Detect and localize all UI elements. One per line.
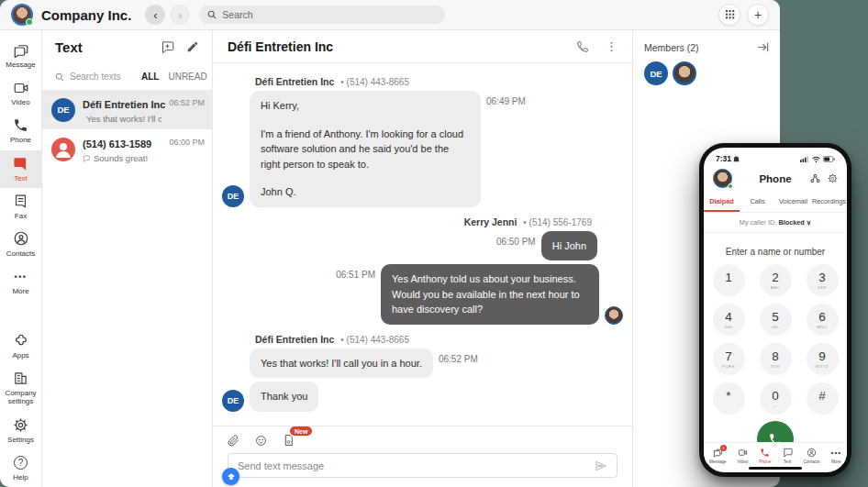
company-name: Company Inc.	[41, 7, 131, 23]
panel-title: Text	[55, 39, 83, 55]
caller-id-selector[interactable]: My caller ID: Blocked ∨	[704, 213, 847, 233]
battery-icon	[823, 156, 835, 162]
fax-icon	[12, 193, 29, 210]
collapse-panel-icon[interactable]	[757, 41, 769, 53]
phone-nav-message[interactable]: 1 Message	[709, 448, 727, 464]
dial-input-placeholder[interactable]: Enter a name or number	[704, 247, 847, 257]
tab-voicemail[interactable]: Voicemail	[775, 194, 811, 212]
sidebar-item-company-settings[interactable]: Company settings	[0, 365, 41, 411]
home-indicator	[749, 467, 802, 470]
sidebar-item-fax[interactable]: Fax	[0, 188, 41, 226]
unread-badge: 1	[720, 445, 727, 451]
emoji-icon[interactable]	[255, 435, 267, 447]
message-time: 06:52 PM	[439, 354, 478, 364]
more-menu-icon[interactable]: ⋮	[606, 39, 618, 53]
key-7[interactable]: 7PQRS	[713, 343, 745, 375]
sidebar-item-contacts[interactable]: Contacts	[0, 226, 41, 263]
sidebar-item-phone[interactable]: Phone	[0, 112, 41, 149]
key-1[interactable]: 1	[713, 264, 745, 296]
phone-nav-video[interactable]: Video	[738, 448, 749, 464]
sidebar-item-text[interactable]: Text	[0, 150, 41, 188]
member-avatar-kerry[interactable]	[673, 61, 696, 85]
template-icon[interactable]: New	[283, 434, 295, 447]
member-avatar-de[interactable]: DE	[644, 61, 668, 85]
dialpad-button[interactable]	[718, 4, 740, 26]
forward-button[interactable]: ›	[170, 5, 190, 25]
phone-nav-text[interactable]: Text	[783, 448, 793, 464]
tab-dialpad[interactable]: Dialpad	[704, 194, 740, 212]
global-search[interactable]	[199, 6, 445, 24]
phone-nav-phone[interactable]: Phone	[759, 448, 771, 464]
key-4[interactable]: 4GHI	[713, 304, 745, 336]
key-hash[interactable]: #	[807, 382, 839, 415]
video-icon	[12, 79, 29, 96]
global-search-input[interactable]	[222, 9, 437, 20]
sidebar-item-message[interactable]: Message	[0, 37, 41, 74]
filter-all[interactable]: ALL	[141, 72, 159, 82]
back-button[interactable]: ‹	[145, 5, 165, 25]
gear-icon	[12, 416, 29, 434]
compose-icon[interactable]	[186, 40, 199, 54]
sidebar-item-settings[interactable]: Settings	[0, 412, 41, 449]
dialpad-grid-icon	[725, 9, 735, 21]
company-settings-icon	[12, 370, 29, 387]
wifi-icon	[812, 156, 820, 162]
sidebar-item-more[interactable]: ••• More	[0, 263, 41, 301]
message-bubble: Thank you	[250, 382, 318, 412]
assistant-bubble-icon[interactable]	[222, 468, 239, 485]
share-hud-icon[interactable]	[810, 173, 820, 183]
contacts-icon	[12, 230, 29, 248]
phone-settings-icon[interactable]	[828, 173, 838, 183]
text-bubble-icon	[783, 448, 793, 458]
members-title: Members (2)	[644, 42, 699, 53]
new-text-icon[interactable]	[161, 40, 174, 54]
message-row: Yes that works! I'll call you in a hour.…	[222, 349, 623, 379]
message-time: 06:49 PM	[486, 96, 526, 106]
new-actions-button[interactable]: +	[747, 4, 769, 26]
attachment-icon[interactable]	[228, 435, 239, 447]
call-icon[interactable]	[576, 40, 589, 53]
search-texts-input[interactable]	[70, 72, 136, 82]
send-icon[interactable]	[595, 459, 607, 472]
key-9[interactable]: 9WXYZ	[807, 343, 839, 375]
key-star[interactable]: *	[713, 382, 745, 415]
sidebar-item-help[interactable]: ? Help	[0, 449, 41, 487]
alarm-icon	[733, 156, 740, 162]
conversations-panel: Text ALL UNREAD	[42, 30, 213, 487]
conversation-item-defi[interactable]: DE Défi Entretien Inc Yes that works! I'…	[42, 90, 212, 129]
key-0[interactable]: 0+	[760, 382, 792, 415]
key-5[interactable]: 5JKL	[760, 304, 792, 336]
filter-unread[interactable]: UNREAD	[168, 72, 206, 82]
sender-row: Kerry Jenni • (514) 556-1769	[222, 216, 592, 227]
presence-dot	[26, 18, 33, 26]
text-bubble-icon	[12, 155, 29, 172]
send-text-input[interactable]	[238, 460, 595, 471]
composer: New	[213, 426, 632, 487]
left-nav-rail: Message Video Phone Text	[0, 30, 42, 487]
phone-icon	[12, 116, 29, 134]
message-time: 06:50 PM	[496, 237, 536, 247]
message-bubble: Hi Kerry, I'm a friend of Anthony. I'm l…	[250, 91, 481, 207]
message-list: Défi Entretien Inc • (514) 443-8665 DE H…	[213, 63, 632, 426]
key-2[interactable]: 2ABC	[760, 264, 792, 296]
phone-nav-more[interactable]: ••• More	[831, 448, 841, 464]
more-icon: •••	[12, 268, 29, 285]
key-3[interactable]: 3DEF	[807, 264, 839, 296]
phone-nav-contacts[interactable]: Contacts	[803, 448, 819, 464]
chat-panel: Défi Entretien Inc ⋮ Défi Entretien Inc …	[213, 30, 632, 487]
conversation-time: 06:00 PM	[169, 138, 205, 147]
caller-id-value: Blocked ∨	[778, 218, 811, 227]
sidebar-item-video[interactable]: Video	[0, 74, 41, 112]
key-8[interactable]: 8TUV	[760, 343, 792, 375]
user-avatar[interactable]	[11, 4, 33, 26]
rail-spacer	[0, 301, 41, 327]
sidebar-item-apps[interactable]: Apps	[0, 327, 41, 365]
phone-user-avatar[interactable]	[713, 169, 732, 188]
key-6[interactable]: 6MNO	[807, 304, 839, 336]
tab-calls[interactable]: Calls	[740, 194, 775, 212]
conversation-item-514[interactable]: (514) 613-1589 Sounds great! 06:00 PM	[42, 129, 212, 169]
message-input-box[interactable]	[228, 453, 618, 478]
tab-recordings[interactable]: Recordings	[811, 194, 847, 212]
message-bubble: Yes Anthony told us about your business.…	[381, 264, 599, 325]
contacts-icon	[807, 448, 817, 458]
